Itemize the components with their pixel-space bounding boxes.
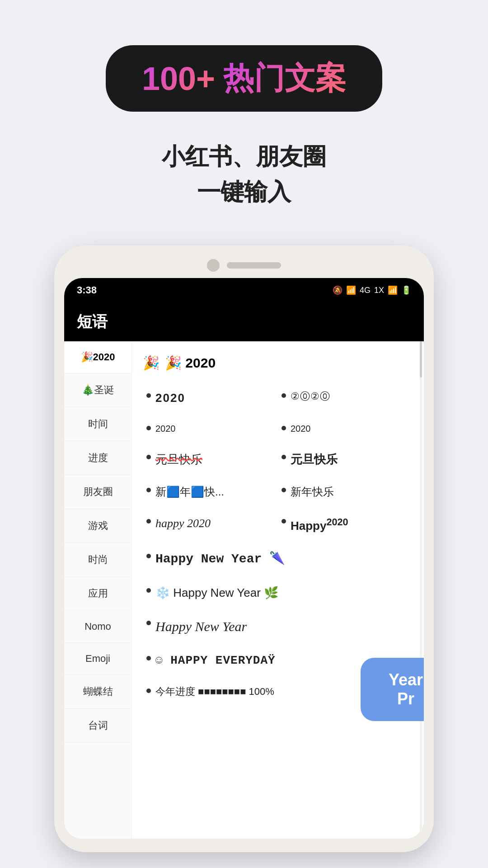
bullet bbox=[146, 519, 151, 524]
status-icons: 🔕 📶 4G 1X 📶 🔋 bbox=[333, 285, 411, 295]
list-item[interactable]: Happy New Year 🌂 bbox=[143, 542, 413, 576]
item-text: 2020 bbox=[291, 422, 311, 435]
status-bar: 3:38 🔕 📶 4G 1X 📶 🔋 bbox=[64, 278, 424, 302]
bullet bbox=[146, 656, 151, 660]
mute-icon: 🔕 bbox=[333, 285, 343, 295]
bullet bbox=[146, 488, 151, 492]
status-time: 3:38 bbox=[77, 284, 97, 296]
item-text: 2020 bbox=[155, 390, 185, 406]
battery-icon: 🔋 bbox=[401, 285, 411, 295]
item-text: ❄️ Happy New Year 🌿 bbox=[155, 585, 278, 601]
list-item[interactable]: Happy New Year bbox=[143, 609, 413, 644]
network-label: 4G bbox=[360, 286, 371, 295]
item-text: 新年快乐 bbox=[291, 484, 334, 500]
bullet bbox=[282, 455, 286, 459]
item-text: Happy New Year bbox=[155, 617, 247, 636]
speech-bubble-text: Year Pr bbox=[389, 670, 423, 708]
list-item[interactable]: 新年快乐 bbox=[278, 476, 413, 508]
bullet bbox=[282, 519, 286, 524]
list-item[interactable]: 元旦快乐 bbox=[143, 443, 278, 476]
sidebar-item-game[interactable]: 游戏 bbox=[64, 509, 131, 543]
sidebar: 🎉2020 🎄圣诞 时间 进度 朋友圈 游戏 时尚 应用 Nomo Emoji … bbox=[64, 341, 132, 839]
sidebar-item-2020[interactable]: 🎉2020 bbox=[64, 341, 131, 373]
sidebar-item-emoji[interactable]: Emoji bbox=[64, 643, 131, 675]
bullet bbox=[146, 554, 151, 558]
app-header: 短语 bbox=[64, 302, 424, 341]
item-text: 今年进度 ■■■■■■■■ 100% bbox=[155, 685, 274, 699]
bullet bbox=[282, 488, 286, 492]
speech-bubble: Year Pr bbox=[361, 658, 424, 721]
item-text: 元旦快乐 bbox=[155, 451, 202, 467]
item-text: ②⓪②⓪ bbox=[291, 390, 330, 404]
item-text: happy 2020 bbox=[155, 515, 211, 532]
section-header: 🎉 🎉 2020 bbox=[143, 355, 413, 371]
subtitle: 小红书、朋友圈 一键输入 bbox=[162, 139, 326, 209]
item-text: ☺ HAPPY EVERYDAŸ bbox=[155, 652, 276, 669]
subtitle-line1: 小红书、朋友圈 bbox=[162, 139, 326, 174]
sidebar-item-app[interactable]: 应用 bbox=[64, 577, 131, 611]
item-text: 元旦快乐 bbox=[291, 451, 338, 467]
content-area: 🎉2020 🎄圣诞 时间 进度 朋友圈 游戏 时尚 应用 Nomo Emoji … bbox=[64, 341, 424, 839]
bullet bbox=[282, 426, 286, 430]
top-badge: 100+ 热门文案 bbox=[106, 45, 382, 112]
list-item[interactable]: 元旦快乐 bbox=[278, 443, 413, 476]
phone-top bbox=[64, 259, 424, 272]
sidebar-item-fashion[interactable]: 时尚 bbox=[64, 543, 131, 577]
item-text: 2020 bbox=[155, 422, 176, 435]
bullet bbox=[146, 393, 151, 398]
item-text: Happy2020 bbox=[291, 515, 348, 534]
badge-number: 100+ bbox=[142, 60, 215, 97]
speaker bbox=[227, 262, 281, 269]
item-text: 新🟦年🟦快... bbox=[155, 484, 224, 500]
list-item[interactable]: Happy2020 bbox=[278, 507, 413, 542]
bullet bbox=[146, 455, 151, 459]
camera-icon bbox=[207, 259, 220, 272]
sidebar-item-christmas[interactable]: 🎄圣诞 bbox=[64, 373, 131, 407]
sidebar-item-friends[interactable]: 朋友圈 bbox=[64, 475, 131, 509]
main-list: 🎉 🎉 2020 2020 ②⓪②⓪ bbox=[132, 341, 424, 839]
badge-text: 热门文案 bbox=[223, 58, 346, 99]
wifi-icon: 📶 bbox=[346, 285, 356, 295]
scrollbar-thumb bbox=[420, 341, 422, 377]
bullet bbox=[282, 393, 286, 398]
bullet bbox=[146, 689, 151, 693]
scrollbar-track[interactable] bbox=[420, 341, 422, 839]
sidebar-item-bow[interactable]: 蝴蝶结 bbox=[64, 675, 131, 709]
sidebar-item-lines[interactable]: 台词 bbox=[64, 709, 131, 743]
phone-mockup: 3:38 🔕 📶 4G 1X 📶 🔋 短语 🎉2020 bbox=[54, 245, 434, 852]
list-item[interactable]: happy 2020 bbox=[143, 507, 278, 542]
subtitle-line2: 一键输入 bbox=[162, 174, 326, 209]
item-text: Happy New Year 🌂 bbox=[155, 550, 285, 568]
bullet bbox=[146, 426, 151, 430]
bullet bbox=[146, 621, 151, 625]
app-title: 短语 bbox=[77, 313, 108, 330]
list-item[interactable]: 2020 bbox=[143, 382, 278, 414]
bullet bbox=[146, 588, 151, 593]
sidebar-item-time[interactable]: 时间 bbox=[64, 407, 131, 441]
list-item[interactable]: 2020 bbox=[143, 414, 278, 443]
list-item[interactable]: ❄️ Happy New Year 🌿 bbox=[143, 576, 413, 609]
sidebar-item-progress[interactable]: 进度 bbox=[64, 441, 131, 475]
phone-frame: 3:38 🔕 📶 4G 1X 📶 🔋 短语 🎉2020 bbox=[54, 245, 434, 852]
list-item[interactable]: ②⓪②⓪ bbox=[278, 382, 413, 414]
list-item[interactable]: 2020 bbox=[278, 414, 413, 443]
sidebar-item-nomo[interactable]: Nomo bbox=[64, 611, 131, 643]
network-label2: 1X bbox=[374, 286, 384, 295]
list-item[interactable]: 新🟦年🟦快... bbox=[143, 476, 278, 508]
signal-icon: 📶 bbox=[388, 285, 398, 295]
phone-screen: 3:38 🔕 📶 4G 1X 📶 🔋 短语 🎉2020 bbox=[64, 278, 424, 839]
